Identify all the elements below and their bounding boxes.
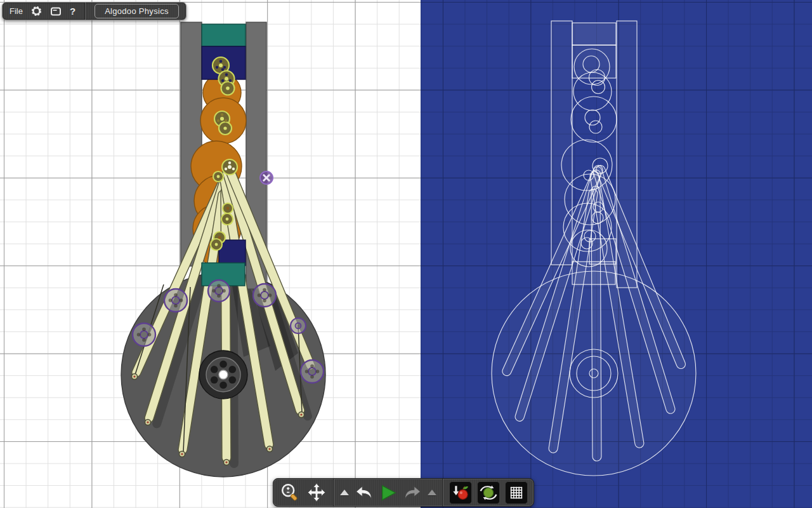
top-toolbar: File ? Algodoo Physics [2, 2, 187, 20]
grid-toggle-button[interactable] [505, 481, 528, 504]
play-button[interactable] [379, 484, 397, 502]
physics-scene[interactable] [0, 0, 812, 508]
gear-icon[interactable] [31, 6, 42, 17]
toolbar-divider [442, 479, 443, 506]
app-title: Algodoo Physics [95, 4, 179, 18]
window-icon[interactable] [50, 6, 62, 17]
contraption-solid-view[interactable] [121, 22, 325, 477]
air-friction-toggle-button[interactable] [477, 481, 500, 504]
contraption-blueprint-view [492, 21, 696, 476]
help-icon[interactable]: ? [70, 6, 75, 17]
bottom-toolbar [273, 478, 534, 507]
toolbar-divider [333, 479, 334, 506]
gravity-toggle-button[interactable] [449, 481, 472, 504]
zoom-tool-button[interactable] [279, 482, 301, 504]
undo-button[interactable] [354, 483, 374, 502]
pan-tool-button[interactable] [306, 482, 327, 504]
expander-left-button[interactable] [340, 490, 349, 495]
toolbar-divider [84, 3, 86, 20]
redo-button[interactable] [402, 483, 422, 502]
expander-right-button[interactable] [428, 490, 436, 495]
file-menu-button[interactable]: File [10, 6, 23, 16]
